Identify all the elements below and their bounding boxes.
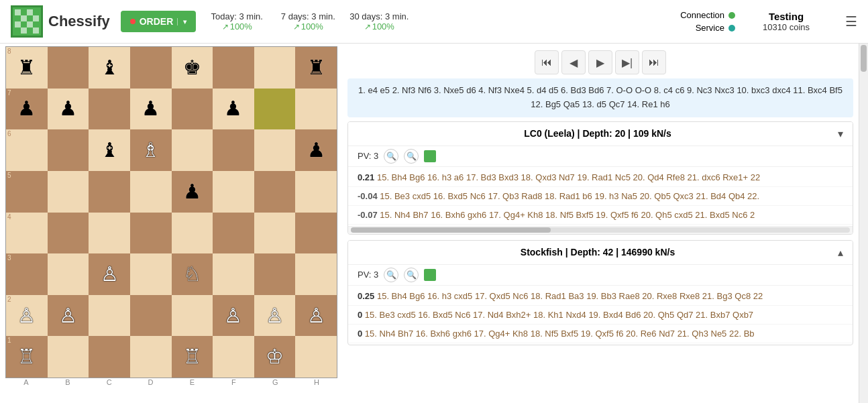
board-cell[interactable]: ♙ xyxy=(295,295,337,337)
board-cell[interactable] xyxy=(295,171,337,213)
board-cell[interactable] xyxy=(254,253,296,295)
engine-lc0-lines: 0.21 15. Bh4 Bg6 16. h3 a6 17. Bd3 Bxd3 … xyxy=(348,167,853,226)
board-cell[interactable] xyxy=(89,171,130,213)
board-cell[interactable] xyxy=(172,89,213,130)
board-cell[interactable] xyxy=(130,171,172,213)
board-cell[interactable] xyxy=(295,336,337,378)
board-cell[interactable]: ♗ xyxy=(130,129,172,171)
engine-stockfish-zoom-out[interactable]: 🔍 xyxy=(404,268,419,282)
board-cell[interactable]: 3 xyxy=(6,253,48,295)
nav-next-button[interactable]: ▶ xyxy=(588,50,612,74)
engine-lc0-toggle[interactable]: ▾ xyxy=(838,127,843,140)
board-cell[interactable] xyxy=(254,89,296,130)
board-cell[interactable]: 5 xyxy=(6,171,48,213)
chess-piece: ♚ xyxy=(183,58,201,78)
board-cell[interactable]: ♟ xyxy=(295,129,337,171)
board-cell[interactable] xyxy=(130,47,172,89)
board-cell[interactable] xyxy=(48,129,89,171)
board-cell[interactable] xyxy=(89,295,130,337)
board-cell[interactable] xyxy=(89,336,130,378)
nav-prev-button[interactable]: ◀ xyxy=(561,50,586,74)
board-cell[interactable]: ♙2 xyxy=(6,295,48,337)
arrow-up-icon-3: ↗ xyxy=(364,22,371,32)
engine-stockfish-line-2: 0 15. Be3 cxd5 16. Bxd5 Nc6 17. Nd4 Bxh2… xyxy=(348,306,853,325)
board-cell[interactable]: ♟ xyxy=(130,89,172,130)
chess-piece: ♝ xyxy=(101,58,119,78)
board-cell[interactable]: ♟ xyxy=(172,171,213,213)
stat-7days-label: 7 days: 3 min. xyxy=(281,11,335,21)
nav-first-button[interactable]: ⏮ xyxy=(535,50,559,74)
board-cell[interactable]: ♙ xyxy=(254,295,296,337)
board-cell[interactable]: 6 xyxy=(6,129,48,171)
board-cell[interactable] xyxy=(213,171,254,213)
board-cell[interactable] xyxy=(48,253,89,295)
connection-label: Connection xyxy=(680,10,724,20)
board-cell[interactable] xyxy=(89,213,130,254)
board-cell[interactable] xyxy=(254,129,296,171)
nav-last-button[interactable]: ▶| xyxy=(615,50,639,74)
board-cell[interactable] xyxy=(295,89,337,130)
board-cell[interactable] xyxy=(48,171,89,213)
board-cell[interactable] xyxy=(48,47,89,89)
page-scrollbar[interactable] xyxy=(859,44,868,403)
board-cell[interactable]: ♜8 xyxy=(6,47,48,89)
board-cell[interactable]: ♙ xyxy=(213,295,254,337)
board-cell[interactable]: ♟ xyxy=(48,89,89,130)
hamburger-menu-icon[interactable]: ☰ xyxy=(845,13,857,30)
board-cell[interactable]: ♝ xyxy=(89,129,130,171)
board-cell[interactable] xyxy=(213,336,254,378)
engine-stockfish-toggle[interactable]: ▴ xyxy=(838,246,843,259)
board-cell[interactable] xyxy=(89,89,130,130)
board-cell[interactable]: ♘ xyxy=(172,253,213,295)
board-cell[interactable]: ♖1 xyxy=(6,336,48,378)
board-cell[interactable] xyxy=(130,253,172,295)
board-cell[interactable]: ♜ xyxy=(295,47,337,89)
board-cell[interactable]: ♟ xyxy=(213,89,254,130)
board-cell[interactable] xyxy=(172,295,213,337)
engine-lc0-score-3: -0.07 xyxy=(358,210,378,220)
chess-board[interactable]: ♜8♝♚♜♟7♟♟♟6♝♗♟5♟43♙♘♙2♙♙♙♙♖1♖♔ xyxy=(5,46,337,378)
board-cell[interactable]: ♟7 xyxy=(6,89,48,130)
board-cell[interactable] xyxy=(48,213,89,254)
board-cell[interactable] xyxy=(213,47,254,89)
board-cell[interactable] xyxy=(213,213,254,254)
board-cell[interactable]: ♚ xyxy=(172,47,213,89)
svg-rect-2 xyxy=(27,9,33,15)
svg-rect-6 xyxy=(27,21,33,27)
board-cell[interactable]: 4 xyxy=(6,213,48,254)
board-cell[interactable] xyxy=(172,129,213,171)
chess-piece: ♙ xyxy=(224,306,242,326)
engine-lc0-zoom-in[interactable]: 🔍 xyxy=(384,149,398,164)
engine-stockfish-zoom-in[interactable]: 🔍 xyxy=(384,268,398,282)
board-cell[interactable] xyxy=(254,171,296,213)
board-cell[interactable] xyxy=(130,336,172,378)
board-cell[interactable] xyxy=(130,295,172,337)
rank-label: 5 xyxy=(7,172,11,179)
board-cell[interactable] xyxy=(213,129,254,171)
nav-end-button[interactable]: ⏭ xyxy=(642,50,666,74)
board-cell[interactable] xyxy=(213,253,254,295)
engine-lc0-moves-2: 15. Be3 cxd5 16. Bxd5 Nc6 17. Qb3 Rad8 1… xyxy=(380,191,759,201)
chess-piece: ♜ xyxy=(17,58,36,78)
board-cell[interactable] xyxy=(130,213,172,254)
connection-area: Connection Service xyxy=(680,10,735,33)
board-cell[interactable] xyxy=(48,336,89,378)
board-cell[interactable] xyxy=(295,253,337,295)
board-cell[interactable] xyxy=(295,213,337,254)
board-cell[interactable]: ♙ xyxy=(89,253,130,295)
rank-label: 3 xyxy=(7,255,11,262)
board-cell[interactable]: ♝ xyxy=(89,47,130,89)
engine-lc0-scrollbar[interactable] xyxy=(348,226,853,234)
board-cell[interactable] xyxy=(172,213,213,254)
stat-7days-value: ↗ 100% xyxy=(293,21,323,32)
engine-stockfish-color-swatch xyxy=(424,269,436,281)
order-button[interactable]: ORDER ▾ xyxy=(121,11,197,32)
board-cell[interactable] xyxy=(254,213,296,254)
service-label: Service xyxy=(696,23,724,33)
board-cell[interactable]: ♙ xyxy=(48,295,89,337)
board-cell[interactable] xyxy=(254,47,296,89)
board-cell[interactable]: ♖ xyxy=(172,336,213,378)
order-dropdown-arrow[interactable]: ▾ xyxy=(177,18,186,25)
board-cell[interactable]: ♔ xyxy=(254,336,296,378)
engine-lc0-zoom-out[interactable]: 🔍 xyxy=(404,149,419,164)
